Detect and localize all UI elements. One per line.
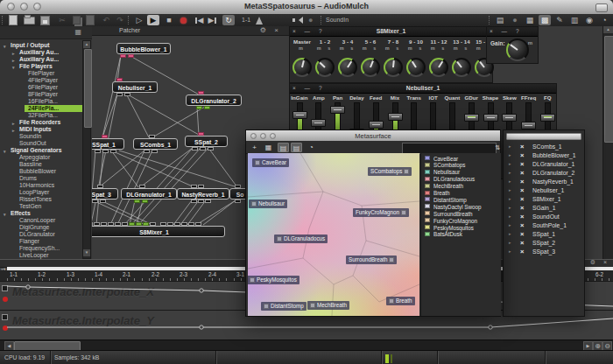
snapshot-region-breath[interactable]: Breath (386, 297, 415, 305)
input-port[interactable] (139, 185, 145, 188)
output-port[interactable] (124, 93, 130, 96)
scroll-up-icon[interactable]: ▲ (83, 41, 90, 48)
contraption-item-nebuliser_1[interactable]: ▸×Nebuliser_1 (504, 186, 584, 194)
mixer-knob-5[interactable] (406, 58, 426, 77)
snapshot-list-item-nebulisaur[interactable]: Nebulisaur (421, 169, 501, 176)
output-port[interactable] (192, 147, 198, 150)
palette-scrollbar[interactable]: ▲▼ (82, 40, 91, 259)
palette-item-signal-generators[interactable]: ▾Signal Generators (0, 147, 91, 154)
palette-item-testgen[interactable]: TestGen (0, 203, 93, 210)
patcher-node-dlgranulator_2[interactable]: DLGranulator_2 (186, 94, 242, 106)
mixer-knob-0[interactable] (292, 58, 312, 77)
patcher-settings-icon[interactable]: ⚙ (260, 26, 266, 35)
patcher-node-s8mixer_1[interactable]: S8Mixer_1 (92, 226, 225, 237)
network-icon[interactable]: ● (308, 15, 313, 25)
slider-thumb[interactable] (540, 114, 555, 122)
input-port[interactable] (188, 222, 194, 226)
sort-icon[interactable]: ⇅ (492, 143, 504, 152)
speaker-button[interactable] (292, 15, 305, 25)
palette-view-icon[interactable]: ▦ (74, 28, 81, 36)
output-port[interactable] (116, 93, 123, 96)
output-port[interactable] (144, 150, 150, 153)
expand-icon[interactable]: ▸ (509, 187, 511, 192)
palette-item-dlgranulator[interactable]: DLGranulator (0, 231, 93, 238)
input-port[interactable] (116, 78, 123, 81)
remove-icon[interactable]: × (520, 221, 524, 229)
output-port[interactable] (204, 106, 210, 109)
mixer-knob-1[interactable] (315, 58, 335, 77)
snapshot-list-item-surroundbreath[interactable]: SurroundBreath (421, 210, 501, 217)
output-port[interactable] (208, 147, 214, 150)
output-port[interactable] (235, 200, 241, 203)
remove-icon[interactable]: × (520, 178, 524, 186)
mixer-window-buttons[interactable]: × — ? (292, 27, 326, 36)
input-port[interactable] (94, 222, 100, 226)
gain-titlebar[interactable]: × — ? (487, 27, 538, 37)
palette-item-32filepla-[interactable]: 32FilePla... (0, 112, 93, 119)
patcher-node-sspat_1[interactable]: SSpat_1 (92, 138, 124, 150)
output-port[interactable] (198, 200, 204, 203)
loop-button[interactable]: ↻ (222, 15, 235, 25)
palette-item-fileplayer[interactable]: FilePlayer (0, 70, 93, 77)
output-port[interactable] (151, 150, 158, 153)
patcher-close-icon[interactable]: × (274, 26, 278, 35)
mixer-knob-6[interactable] (429, 58, 448, 77)
remove-icon[interactable]: × (520, 160, 524, 168)
mute-solo-buttons[interactable]: m s (336, 46, 359, 52)
patcher-node-bubbleblower_1[interactable]: BubbleBlower_1 (116, 43, 171, 54)
palette-item-drums[interactable]: Drums (0, 175, 93, 182)
expand-icon[interactable]: ▸ (509, 196, 511, 201)
input-port[interactable] (143, 222, 149, 226)
output-port[interactable] (205, 200, 211, 203)
toolbar-drag-handle[interactable] (321, 16, 323, 24)
remove-icon[interactable]: × (520, 248, 524, 256)
input-port[interactable] (181, 222, 187, 226)
contraption-list-header[interactable] (506, 133, 581, 140)
mixer-knob-2[interactable] (338, 58, 357, 77)
snapshot-list-item-peskymosquitos[interactable]: PeskyMosquitos (421, 224, 501, 231)
expand-icon[interactable]: ▸ (509, 161, 511, 166)
contraption-item-s8mixer_1[interactable]: ▸×S8Mixer_1 (504, 194, 584, 203)
record-button[interactable] (177, 15, 189, 25)
view-toggle-5-icon[interactable]: ▥ (568, 15, 581, 25)
output-port[interactable] (128, 54, 134, 58)
input-port[interactable] (149, 135, 155, 138)
snapshot-list-item-nastydactyl-swoop[interactable]: NastyDactyl Swoop (421, 203, 501, 210)
slider-thumb[interactable] (292, 111, 307, 119)
palette-item-arpeggiator[interactable]: Arpeggiator (0, 154, 93, 161)
patcher-node-nebuliser_1[interactable]: Nebuliser_1 (112, 81, 158, 93)
palette-item-file-players[interactable]: ▾File Players (0, 63, 93, 70)
snapshot-region-surroundbreath[interactable]: SurroundBreath (346, 256, 397, 264)
patcher-node-sspat_3[interactable]: SSpat_3 (92, 188, 118, 200)
grid-view-icon[interactable]: ▦ (263, 143, 274, 152)
expand-icon[interactable]: ▸ (509, 248, 511, 254)
palette-item-soundout[interactable]: SoundOut (0, 140, 93, 147)
palette-item-canonlooper[interactable]: CanonLooper (0, 217, 93, 224)
rewind-button[interactable]: ◀ (193, 15, 205, 25)
expand-icon[interactable]: ▸ (509, 231, 511, 236)
expand-icon[interactable]: ▸ (509, 222, 511, 228)
titlebar[interactable]: MetaSSpatosaurus – AudioMulch (0, 0, 613, 15)
expand-icon[interactable]: ▸ (509, 205, 511, 210)
input-port[interactable] (115, 222, 121, 226)
properties-scrollbar[interactable]: ▲ (602, 26, 613, 259)
mute-solo-buttons[interactable]: m s (359, 46, 382, 52)
mixer-knob-3[interactable] (361, 58, 380, 77)
snapshot-region-scombatops[interactable]: SCombatops (368, 167, 412, 176)
palette-item-bubbleblower[interactable]: BubbleBlower (0, 168, 93, 175)
toolbar-drag-handle[interactable] (128, 16, 130, 24)
view-toggle-4-icon[interactable]: ✎ (553, 15, 566, 25)
expand-icon[interactable]: ▸ (509, 152, 511, 158)
palette-item-6fileplayer[interactable]: 6FilePlayer (0, 84, 93, 91)
remove-icon[interactable]: × (520, 186, 524, 194)
contraption-item-sspat_1[interactable]: ▸×SSpat_1 (504, 229, 584, 238)
forward-button[interactable]: ▶ (207, 15, 219, 25)
remove-icon[interactable]: × (520, 230, 524, 238)
output-port[interactable] (92, 200, 98, 203)
patcher-node-dlgranulator_1[interactable]: DLGranulator_1 (121, 188, 177, 200)
palette-item-10harmonics[interactable]: 10Harmonics (0, 182, 93, 189)
mute-solo-buttons[interactable]: m s (450, 46, 473, 52)
scroll-up-icon[interactable]: ▲ (603, 26, 613, 33)
palette-item-effects[interactable]: ▾Effects (0, 210, 91, 217)
input-port[interactable] (174, 222, 180, 226)
